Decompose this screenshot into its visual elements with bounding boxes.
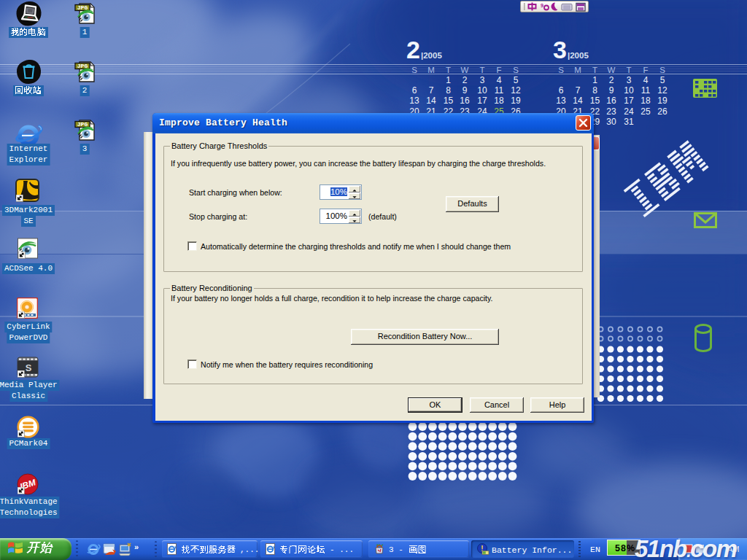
svg-text:12: 12 <box>511 85 521 96</box>
svg-text:13: 13 <box>409 96 419 106</box>
svg-text:4: 4 <box>497 75 502 85</box>
svg-text:23: 23 <box>606 106 616 117</box>
svg-text:7: 7 <box>576 85 581 96</box>
svg-text:2: 2 <box>462 75 468 85</box>
svg-text:T: T <box>446 66 451 74</box>
svg-text:6: 6 <box>412 85 417 96</box>
svg-text:4: 4 <box>643 75 649 85</box>
svg-text:13: 13 <box>556 96 566 106</box>
svg-text:5: 5 <box>514 75 519 85</box>
svg-text:8: 8 <box>592 85 597 96</box>
svg-text:8: 8 <box>446 85 451 96</box>
svg-text:15: 15 <box>590 96 600 106</box>
svg-text:19: 19 <box>657 96 667 106</box>
svg-text:T: T <box>626 66 631 74</box>
svg-text:S: S <box>411 66 417 74</box>
svg-text:9: 9 <box>609 85 614 96</box>
svg-text:18: 18 <box>494 96 504 106</box>
svg-text:M: M <box>427 66 435 74</box>
svg-text:T: T <box>479 66 484 74</box>
svg-text:1: 1 <box>446 75 451 85</box>
svg-text:10: 10 <box>624 85 634 96</box>
svg-text:S: S <box>659 66 665 74</box>
svg-text:W: W <box>608 66 616 74</box>
svg-text:15: 15 <box>444 96 454 106</box>
svg-text:26: 26 <box>657 106 667 117</box>
svg-text:25: 25 <box>640 106 651 117</box>
svg-text:3: 3 <box>553 36 567 63</box>
svg-text:17: 17 <box>624 96 634 106</box>
svg-text:16: 16 <box>460 96 470 106</box>
svg-text:»: » <box>134 542 139 551</box>
svg-text:T: T <box>592 66 597 74</box>
svg-text:10: 10 <box>477 85 487 96</box>
svg-text:2: 2 <box>406 36 420 63</box>
svg-text:24: 24 <box>624 106 634 117</box>
svg-text:18: 18 <box>640 96 651 106</box>
svg-text:7: 7 <box>429 85 434 96</box>
svg-text:9: 9 <box>541 3 543 8</box>
svg-text:|2005: |2005 <box>568 51 589 60</box>
svg-text:F: F <box>643 66 648 74</box>
svg-text:S: S <box>558 66 564 74</box>
svg-text:F: F <box>496 66 501 74</box>
svg-text:W: W <box>461 66 469 74</box>
svg-text:14: 14 <box>426 96 436 106</box>
svg-text:2: 2 <box>609 75 614 85</box>
svg-text:12: 12 <box>657 85 667 96</box>
svg-text:1: 1 <box>592 75 597 85</box>
svg-text:11: 11 <box>495 85 504 96</box>
svg-text:9: 9 <box>462 85 468 96</box>
svg-text:3: 3 <box>627 75 632 85</box>
svg-text:31: 31 <box>624 117 634 127</box>
svg-text:19: 19 <box>511 96 521 106</box>
svg-text:S: S <box>26 362 32 373</box>
svg-text:16: 16 <box>606 96 616 106</box>
svg-text:M: M <box>574 66 581 74</box>
svg-text:6: 6 <box>559 85 564 96</box>
svg-text:S: S <box>513 66 519 74</box>
svg-text:3: 3 <box>480 75 485 85</box>
svg-text:11: 11 <box>641 85 651 96</box>
svg-text:|2005: |2005 <box>421 51 442 60</box>
svg-text:5: 5 <box>660 75 665 85</box>
svg-text:30: 30 <box>606 117 616 127</box>
svg-text:14: 14 <box>573 96 583 106</box>
svg-text:17: 17 <box>477 96 487 106</box>
